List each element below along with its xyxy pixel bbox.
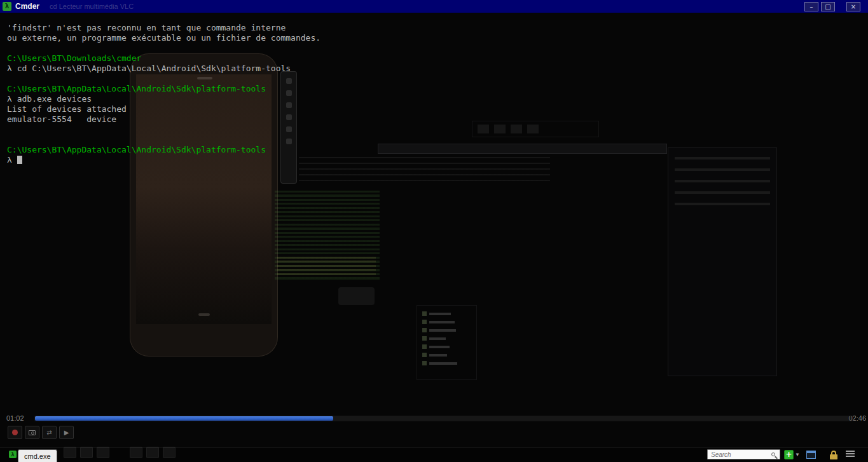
record-button[interactable] <box>8 426 22 439</box>
background-window-titles: cd Lecteur multimédia VLC <box>50 3 134 10</box>
ghost-vlc-view-buttons <box>130 447 176 458</box>
ghost-explorer-nav-list <box>417 305 477 380</box>
ghost-dialog-button <box>338 287 375 305</box>
ghost-background-toolbar <box>472 121 599 137</box>
ghost-background-console-text <box>299 157 550 184</box>
terminal-line: List of devices attached <box>7 104 320 114</box>
ghost-phone-home-indicator <box>198 313 210 316</box>
snapshot-button[interactable] <box>25 426 39 439</box>
vlc-seek-bar[interactable] <box>34 416 853 421</box>
terminal-line: ou externe, un programme exécutable ou u… <box>7 33 320 43</box>
frame-step-icon: ▶ <box>64 430 69 436</box>
ghost-explorer-window <box>668 147 777 376</box>
window-controls: – □ × <box>804 2 860 11</box>
loop-ab-button[interactable]: ⇄ <box>42 426 57 439</box>
terminal-line: C:\Users\BT\AppData\Local\Android\Sdk\pl… <box>7 145 320 155</box>
terminal-line: C:\Users\BT\Downloads\cmder <box>7 53 320 64</box>
terminal-line: λ <box>7 155 320 165</box>
frame-step-button[interactable]: ▶ <box>59 426 74 439</box>
vlc-progress-fill <box>35 416 333 421</box>
search-input[interactable] <box>707 449 780 459</box>
terminal-line: λ cd C:\Users\BT\AppData\Local\Android\S… <box>7 64 320 74</box>
titlebar: λ Cmder cd Lecteur multimédia VLC – □ × <box>0 0 868 13</box>
terminal-line <box>7 125 320 135</box>
terminal-output[interactable]: 'findstr' n'est pas reconnu en tant que … <box>7 23 320 165</box>
vlc-elapsed-time: 01:02 <box>6 414 24 422</box>
console-tab-label: cmd.exe <box>24 452 51 460</box>
record-icon <box>12 430 18 435</box>
terminal-line <box>7 135 320 145</box>
search-icon[interactable] <box>771 452 775 456</box>
new-console-dropdown-icon[interactable]: ▼ <box>795 452 800 458</box>
menu-icon[interactable] <box>846 451 855 458</box>
cmder-app-icon: λ <box>3 2 11 11</box>
vlc-advanced-controls: ⇄ ▶ <box>8 426 74 439</box>
conemu-app-icon: λ <box>9 451 17 458</box>
window-title: Cmder <box>15 2 39 11</box>
terminal-line: λ adb.exe devices <box>7 94 320 104</box>
ghost-logcat-output-yellow <box>277 257 376 277</box>
console-tab-cmd[interactable]: cmd.exe <box>18 449 57 462</box>
new-console-button[interactable]: + <box>784 450 794 459</box>
minimize-button[interactable]: – <box>804 2 818 11</box>
maximize-button[interactable]: □ <box>821 2 835 11</box>
terminal-cursor <box>17 156 22 164</box>
terminal-line <box>7 43 320 53</box>
close-button[interactable]: × <box>846 2 860 11</box>
terminal-line: emulator-5554 device <box>7 114 320 125</box>
ghost-background-console-titlebar <box>378 144 667 154</box>
terminal-line: 'findstr' n'est pas reconnu en tant que … <box>7 23 320 33</box>
ghost-vlc-playback-buttons <box>64 447 109 458</box>
window-mode-icon[interactable] <box>806 451 816 459</box>
loop-icon: ⇄ <box>46 430 52 436</box>
terminal-line: C:\Users\BT\AppData\Local\Android\Sdk\pl… <box>7 84 320 94</box>
terminal-line <box>7 74 320 84</box>
camera-icon <box>29 430 36 435</box>
lock-icon[interactable] <box>830 451 837 459</box>
